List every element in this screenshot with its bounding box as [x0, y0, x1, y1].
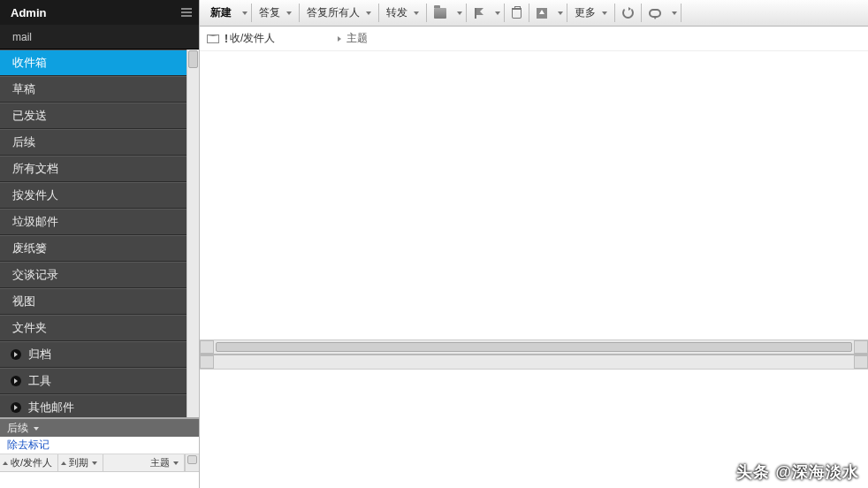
folder-scroll-thumb[interactable]	[188, 50, 198, 68]
folder-icon	[434, 8, 446, 19]
filter-due[interactable]: 到期	[58, 454, 103, 471]
followup-scrollbar[interactable]	[185, 454, 199, 471]
folder-chat-history[interactable]: 交谈记录	[0, 262, 187, 288]
sidebar-header: Admin	[0, 0, 199, 25]
expand-icon[interactable]	[11, 402, 21, 413]
refresh-button[interactable]	[615, 0, 641, 26]
column-headers: ! 收/发件人 主题	[200, 27, 868, 51]
refresh-icon	[622, 7, 634, 19]
folder-views[interactable]: 视图	[0, 288, 187, 315]
folder-inbox[interactable]: 收件箱	[0, 50, 187, 76]
mail-icon	[207, 34, 219, 43]
reply-button[interactable]: 答复	[252, 0, 299, 26]
followup-filters: 收/发件人 到期 主题	[0, 454, 199, 472]
menu-icon[interactable]	[181, 8, 192, 17]
expand-icon[interactable]	[11, 376, 21, 386]
preview-pane	[200, 354, 868, 488]
folder-scrollbar[interactable]	[187, 50, 199, 417]
scroll-left-button[interactable]	[200, 355, 214, 369]
archive-icon	[537, 8, 547, 19]
flag-dropdown[interactable]	[491, 0, 504, 26]
scroll-right-button[interactable]	[854, 340, 868, 354]
archive-button[interactable]	[529, 0, 554, 26]
folder-list: 收件箱 草稿 已发送 后续 所有文档 按发件人 垃圾邮件 废纸篓 交谈记录 视图…	[0, 50, 187, 417]
folder-tools[interactable]: 工具	[0, 368, 187, 394]
priority-icon: !	[225, 33, 228, 45]
chevron-down-icon	[32, 422, 39, 434]
sidebar: Admin mail 收件箱 草稿 已发送 后续 所有文档 按发件人 垃圾邮件 …	[0, 0, 199, 488]
archive-dropdown[interactable]	[554, 0, 567, 26]
preview-horizontal-scrollbar[interactable]	[200, 355, 868, 370]
folder-followup[interactable]: 后续	[0, 129, 187, 156]
new-button[interactable]: 新建	[203, 0, 239, 26]
scroll-up-button[interactable]	[187, 455, 197, 464]
trash-icon	[512, 8, 522, 19]
expand-icon[interactable]	[11, 349, 21, 360]
forward-button[interactable]: 转发	[379, 0, 426, 26]
followup-body	[0, 472, 199, 488]
account-label[interactable]: mail	[0, 25, 199, 50]
folder-other-mail[interactable]: 其他邮件	[0, 394, 187, 417]
sidebar-title: Admin	[11, 6, 46, 19]
column-subject[interactable]: 主题	[338, 31, 368, 46]
chat-dropdown[interactable]	[668, 0, 681, 26]
message-list	[200, 51, 868, 354]
list-horizontal-scrollbar[interactable]	[200, 339, 868, 354]
expand-triangle-icon	[338, 36, 341, 42]
column-sender[interactable]: ! 收/发件人	[207, 31, 338, 46]
folder-drafts[interactable]: 草稿	[0, 76, 187, 103]
flag-button[interactable]	[467, 0, 491, 26]
scroll-left-button[interactable]	[200, 340, 214, 354]
toolbar: 新建 答复 答复所有人 转发 更多	[200, 0, 868, 27]
folder-by-sender[interactable]: 按发件人	[0, 182, 187, 209]
chat-button[interactable]	[642, 0, 668, 26]
followup-panel: 后续 除去标记 收/发件人 到期 主题	[0, 417, 199, 488]
followup-panel-header[interactable]: 后续	[0, 419, 199, 437]
filter-subject[interactable]: 主题	[140, 454, 185, 471]
move-dropdown[interactable]	[453, 0, 466, 26]
remove-flag-link[interactable]: 除去标记	[0, 437, 199, 454]
delete-button[interactable]	[505, 0, 529, 26]
more-button[interactable]: 更多	[567, 0, 614, 26]
flag-icon	[474, 8, 484, 19]
new-dropdown[interactable]	[239, 0, 251, 26]
folder-trash[interactable]: 废纸篓	[0, 235, 187, 262]
folder-sent[interactable]: 已发送	[0, 103, 187, 129]
main-panel: 新建 答复 答复所有人 转发 更多	[199, 0, 868, 488]
reply-all-button[interactable]: 答复所有人	[300, 0, 378, 26]
scroll-thumb[interactable]	[216, 342, 852, 352]
folder-folders[interactable]: 文件夹	[0, 315, 187, 341]
chat-icon	[649, 9, 661, 18]
move-to-folder-button[interactable]	[427, 0, 453, 26]
folder-archive[interactable]: 归档	[0, 341, 187, 368]
filter-sender[interactable]: 收/发件人	[0, 454, 58, 471]
folder-all-docs[interactable]: 所有文档	[0, 156, 187, 182]
scroll-right-button[interactable]	[854, 355, 868, 369]
folder-junk[interactable]: 垃圾邮件	[0, 209, 187, 235]
